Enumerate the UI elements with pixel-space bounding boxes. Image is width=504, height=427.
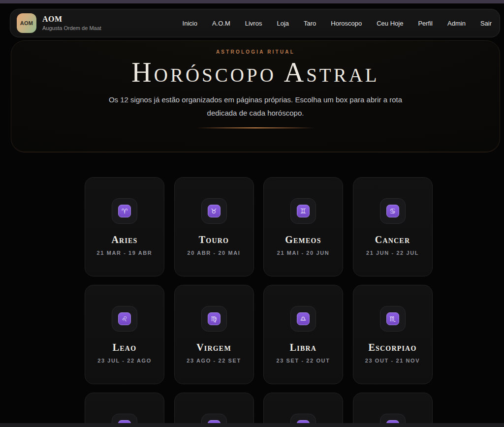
scorpio-icon: ♏ — [386, 312, 399, 325]
zodiac-icon-frame: ♍ — [201, 306, 227, 332]
taurus-icon: ♉ — [208, 205, 220, 217]
main-header: AOM AOM Augusta Ordem de Maat Inicio A.O… — [10, 9, 500, 37]
sign-dates: 21 MAI - 20 JUN — [277, 250, 330, 256]
zodiac-card-escorpiao[interactable]: ♏ Escorpiao 23 OUT - 21 NOV — [353, 285, 433, 384]
zodiac-card-12[interactable]: ♓ — [353, 393, 433, 427]
nav-item-horoscopo[interactable]: Horoscopo — [331, 20, 362, 27]
sign-name: Libra — [290, 342, 316, 353]
nav-item-taro[interactable]: Taro — [304, 20, 316, 27]
zodiac-icon-frame: ♉ — [201, 198, 227, 224]
sign-name: Aries — [111, 234, 137, 245]
window-bottom-strip — [0, 423, 504, 427]
zodiac-icon-frame: ♋ — [380, 198, 406, 224]
hero-panel: ASTROLOGIA RITUAL Horóscopo Astral Os 12… — [11, 40, 500, 152]
zodiac-card-gemeos[interactable]: ♊ Gemeos 21 MAI - 20 JUN — [263, 177, 343, 276]
window-top-strip — [0, 0, 504, 3]
sign-dates: 23 AGO - 22 SET — [187, 358, 241, 364]
zodiac-grid: ♈ Aries 21 MAR - 19 ABR ♉ Touro 20 ABR -… — [85, 177, 433, 427]
zodiac-card-touro[interactable]: ♉ Touro 20 ABR - 20 MAI — [174, 177, 254, 276]
libra-icon: ♎ — [297, 312, 310, 325]
sign-dates: 23 SET - 22 OUT — [277, 358, 330, 364]
leo-icon: ♌ — [118, 312, 131, 325]
page-title: Horóscopo Astral — [11, 58, 500, 88]
sign-name: Touro — [199, 234, 229, 245]
zodiac-card-libra[interactable]: ♎ Libra 23 SET - 22 OUT — [263, 285, 343, 384]
sign-dates: 23 JUL - 22 AGO — [97, 358, 152, 364]
hero-eyebrow: ASTROLOGIA RITUAL — [11, 49, 500, 55]
gemini-icon: ♊ — [297, 205, 310, 217]
nav-item-admin[interactable]: Admin — [447, 20, 466, 27]
nav-item-ceu-hoje[interactable]: Ceu Hoje — [377, 20, 403, 27]
hero-description: Os 12 signos já estão organizados em pág… — [103, 93, 408, 121]
zodiac-card-9[interactable]: ♐ — [85, 393, 164, 427]
zodiac-icon-frame: ♌ — [112, 306, 137, 332]
brand-logo[interactable]: AOM — [17, 13, 36, 33]
sign-name: Virgem — [196, 342, 231, 353]
sign-dates: 20 ABR - 20 MAI — [188, 250, 241, 256]
brand-block: AOM Augusta Ordem de Maat — [42, 14, 101, 32]
nav-item-sair[interactable]: Sair — [480, 20, 492, 27]
sign-name: Gemeos — [285, 234, 321, 245]
zodiac-card-virgem[interactable]: ♍ Virgem 23 AGO - 22 SET — [174, 285, 254, 384]
zodiac-icon-frame: ♊ — [290, 198, 316, 224]
nav-item-inicio[interactable]: Inicio — [183, 20, 197, 27]
main-nav: Inicio A.O.M Livros Loja Taro Horoscopo … — [183, 20, 492, 27]
nav-item-perfil[interactable]: Perfil — [418, 20, 433, 27]
sign-dates: 21 MAR - 19 ABR — [97, 250, 153, 256]
nav-item-livros[interactable]: Livros — [245, 20, 262, 27]
zodiac-card-10[interactable]: ♑ — [174, 393, 254, 427]
sign-name: Cancer — [375, 234, 410, 245]
aries-icon: ♈ — [118, 205, 131, 217]
zodiac-card-cancer[interactable]: ♋ Cancer 21 JUN - 22 JUL — [353, 177, 433, 276]
sign-name: Escorpiao — [368, 342, 416, 353]
sign-dates: 23 OUT - 21 NOV — [365, 358, 420, 364]
brand-subtitle: Augusta Ordem de Maat — [42, 25, 101, 32]
hero-divider — [196, 127, 315, 128]
nav-item-loja[interactable]: Loja — [277, 20, 289, 27]
zodiac-card-leao[interactable]: ♌ Leao 23 JUL - 22 AGO — [85, 285, 164, 384]
brand-logo-text: AOM — [20, 20, 33, 26]
sign-name: Leao — [113, 342, 136, 353]
zodiac-card-11[interactable]: ♒ — [263, 393, 343, 427]
zodiac-icon-frame: ♏ — [380, 306, 406, 332]
cancer-icon: ♋ — [386, 205, 399, 217]
sign-dates: 21 JUN - 22 JUL — [366, 250, 419, 256]
zodiac-icon-frame: ♎ — [290, 306, 316, 332]
virgo-icon: ♍ — [208, 312, 220, 325]
zodiac-icon-frame: ♈ — [112, 198, 137, 224]
brand-name: AOM — [42, 14, 101, 24]
zodiac-card-aries[interactable]: ♈ Aries 21 MAR - 19 ABR — [85, 177, 164, 276]
nav-item-aom[interactable]: A.O.M — [212, 20, 230, 27]
